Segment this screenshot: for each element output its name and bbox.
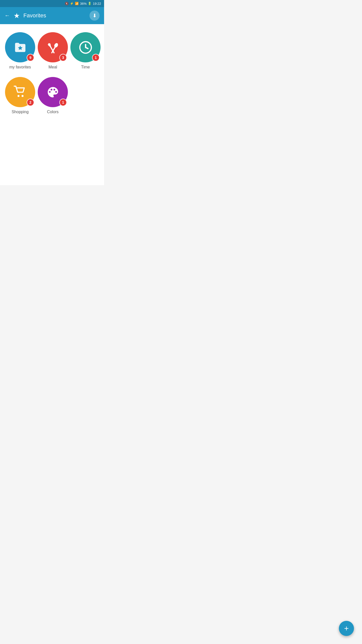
cutlery-icon xyxy=(46,41,60,54)
battery-text: 36% xyxy=(80,2,86,6)
badge-my-favorites: 9 xyxy=(27,54,34,61)
category-circle-wrap-shopping: 2 xyxy=(5,77,35,107)
category-circle-wrap-time: 1 xyxy=(70,32,101,62)
back-button[interactable]: ← xyxy=(5,12,10,19)
category-row-2: 2 Shopping 1 Colors xyxy=(5,77,99,114)
svg-point-7 xyxy=(17,95,19,97)
category-time[interactable]: 1 Time xyxy=(70,32,101,69)
cart-icon xyxy=(13,85,27,99)
label-colors: Colors xyxy=(47,110,59,114)
category-my-favorites[interactable]: 9 my favorites xyxy=(5,32,35,69)
category-shopping[interactable]: 2 Shopping xyxy=(5,77,35,114)
badge-shopping: 2 xyxy=(27,99,34,106)
label-meal: Meal xyxy=(49,65,57,69)
mute-icon: 🔇 xyxy=(65,2,69,5)
folder-star-icon xyxy=(13,41,27,54)
label-my-favorites: my favorites xyxy=(9,65,31,69)
category-circle-wrap-my-favorites: 9 xyxy=(5,32,35,62)
svg-point-3 xyxy=(53,42,59,48)
category-meal[interactable]: 3 Meal xyxy=(38,32,68,69)
svg-point-9 xyxy=(49,91,51,93)
badge-time: 1 xyxy=(92,54,100,61)
main-content: 9 my favorites 3 Meal xyxy=(0,24,104,185)
page-title: Favorites xyxy=(23,12,86,19)
download-button[interactable]: ⬇ xyxy=(89,11,100,21)
badge-colors: 1 xyxy=(59,99,67,106)
category-circle-wrap-colors: 1 xyxy=(38,77,68,107)
app-bar: ← ★ Favorites ⬇ xyxy=(0,7,104,24)
star-icon: ★ xyxy=(14,12,20,20)
category-row-1: 9 my favorites 3 Meal xyxy=(5,32,99,69)
status-icons: 🔇 ⚡ 📶 36% 🔋 19:22 xyxy=(65,2,101,6)
bluetooth-icon: ⚡ xyxy=(70,2,74,5)
download-icon: ⬇ xyxy=(93,13,97,19)
time-text: 19:22 xyxy=(93,2,101,6)
category-circle-wrap-meal: 3 xyxy=(38,32,68,62)
battery-icon: 🔋 xyxy=(88,2,92,5)
label-shopping: Shopping xyxy=(12,110,29,114)
svg-point-8 xyxy=(21,95,23,97)
label-time: Time xyxy=(81,65,90,69)
signal-icon: 📶 xyxy=(75,2,79,5)
category-colors[interactable]: 1 Colors xyxy=(38,77,68,114)
palette-icon xyxy=(46,85,60,99)
status-bar: 🔇 ⚡ 📶 36% 🔋 19:22 xyxy=(0,0,104,7)
svg-line-6 xyxy=(85,47,88,49)
svg-point-11 xyxy=(53,89,55,90)
clock-icon xyxy=(79,41,93,54)
svg-point-12 xyxy=(55,91,57,93)
badge-meal: 3 xyxy=(59,54,67,61)
svg-point-10 xyxy=(51,89,52,90)
